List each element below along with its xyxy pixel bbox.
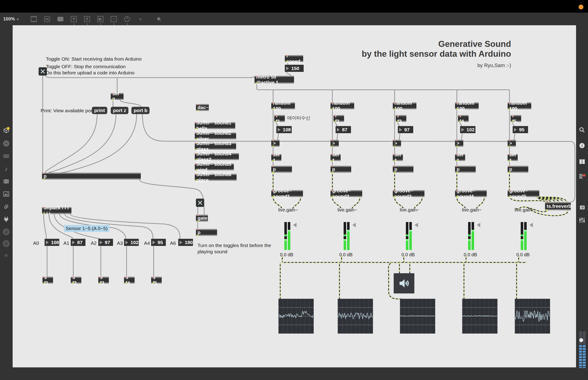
object-p-gate[interactable]: p [196, 229, 217, 236]
livegain-slider-handle[interactable] [474, 223, 480, 227]
livegain-meter-left[interactable] [521, 222, 523, 250]
object-p-serial[interactable]: p [42, 173, 141, 180]
message-port-b[interactable]: port b [131, 107, 150, 114]
new-object-icon[interactable] [30, 15, 38, 23]
livegain-meter-left[interactable] [344, 222, 346, 250]
amp-icon[interactable] [2, 152, 10, 160]
new-dial-icon[interactable]: ▼ [123, 15, 131, 23]
object-p-sub[interactable]: p [393, 166, 413, 173]
object-greater[interactable]: > [393, 140, 401, 147]
console-icon[interactable] [578, 172, 586, 181]
add-more-icon[interactable]: ＋ [137, 15, 144, 23]
object-dac[interactable]: dac~ [196, 104, 209, 111]
livegain-meter-left[interactable] [468, 222, 471, 250]
sensor-numberbox[interactable]: 180 [178, 239, 193, 246]
object-send[interactable]: s f5 [151, 277, 162, 284]
object-p-sub[interactable]: p [455, 166, 476, 173]
object-greater[interactable]: > [331, 140, 339, 147]
sensor-numberbox[interactable]: 87 [71, 239, 85, 246]
object-receive[interactable]: r f1 [274, 115, 285, 122]
object-receive[interactable]: r f3 [396, 115, 406, 122]
video-icon[interactable] [2, 177, 10, 186]
object-p-sub[interactable]: p [508, 166, 528, 173]
mixer-icon[interactable] [578, 216, 586, 224]
object-random[interactable]: random 100 [455, 102, 479, 109]
livegain-slider-handle[interactable] [291, 223, 296, 227]
object-groove[interactable]: groove~ sound3 [393, 190, 425, 197]
object-greater[interactable]: > [455, 140, 463, 147]
object-sel1[interactable]: sel 1 [331, 154, 341, 161]
new-number-icon[interactable]: 0▼ [83, 15, 91, 23]
livegain-meter-right[interactable] [347, 222, 350, 250]
threshold-numberbox[interactable]: 97 [398, 126, 413, 133]
sensor-numberbox[interactable]: 95 [151, 239, 166, 246]
object-sel1[interactable]: sel 1 [271, 154, 281, 161]
object-receive[interactable]: r f2 [333, 115, 344, 122]
object-groove[interactable]: groove~ sound5 [508, 190, 539, 197]
threshold-numberbox[interactable]: 95 [513, 126, 528, 133]
object-sel1[interactable]: sel 1 [508, 154, 518, 161]
beap-icon[interactable]: b [2, 240, 10, 248]
snapshot-camera-icon[interactable] [578, 203, 586, 211]
object-send[interactable]: s f3 [98, 277, 109, 284]
livegain-meter-right[interactable] [524, 222, 527, 250]
object-buffer[interactable]: buffer~ sound4 glass2 [195, 153, 239, 160]
info-icon[interactable]: i [578, 141, 586, 150]
new-slider-icon[interactable]: −▼ [110, 15, 118, 23]
livegain-slider-handle[interactable] [412, 223, 418, 227]
search-icon[interactable] [578, 126, 586, 134]
threshold-numberbox[interactable]: 102 [460, 126, 475, 133]
vizzie-icon[interactable]: v [2, 228, 10, 236]
favorites-icon[interactable]: ★ [2, 251, 10, 259]
sensor-numberbox[interactable]: 102 [124, 239, 139, 246]
packages-icon[interactable] [2, 126, 10, 134]
object-sel1[interactable]: sel 1 [393, 154, 403, 161]
object-send[interactable]: s f1 [42, 277, 53, 284]
message-print[interactable]: print [92, 107, 107, 114]
object-gate[interactable]: gate [196, 215, 208, 222]
new-message-icon[interactable]: m [43, 15, 51, 23]
snippets-paperclip-icon[interactable] [2, 203, 10, 211]
livegain-meter-right[interactable] [409, 222, 412, 250]
sensor-numberbox[interactable]: 97 [98, 239, 113, 246]
sensor-numberbox[interactable]: 108 [45, 239, 59, 246]
object-groove[interactable]: groove~ sound4 [455, 190, 487, 197]
images-icon[interactable] [2, 190, 10, 198]
new-comment-icon[interactable] [57, 15, 64, 23]
object-buffer[interactable]: buffer~ sound1 bells [195, 122, 235, 129]
object-buffer[interactable]: buffer~ sound2 silver [195, 133, 236, 139]
livegain-slider-handle[interactable] [350, 223, 356, 227]
message-port-z[interactable]: port z [111, 107, 128, 114]
object-buffer[interactable]: buffer~ sound6 place [195, 174, 236, 181]
object-groove[interactable]: groove~ sound1 [271, 190, 303, 197]
object-send[interactable]: s f4 [124, 277, 135, 284]
object-groove[interactable]: groove~ sound2 [331, 190, 362, 197]
object-random[interactable]: random 100 [393, 102, 416, 109]
new-toggle-icon[interactable]: ✕▼ [70, 15, 78, 23]
livegain-meter-left[interactable] [406, 222, 408, 250]
audio-status-icon[interactable] [2, 139, 10, 148]
object-p-sub[interactable]: p [331, 166, 351, 173]
object-greater[interactable]: > [271, 140, 279, 147]
audio-files-icon[interactable]: ♪ [2, 165, 10, 173]
object-greater[interactable]: > [508, 140, 516, 147]
object-unpack[interactable]: unpack i i i i i i [42, 207, 71, 214]
object-sel1[interactable]: sel 1 [455, 154, 465, 161]
object-buffer[interactable]: buffer~ sound5 wind [195, 164, 234, 170]
zoom-level-select[interactable]: 100% ▼ [3, 16, 24, 21]
livegain-meter-right[interactable] [471, 222, 474, 250]
reference-icon[interactable] [578, 157, 586, 166]
threshold-numberbox[interactable]: 87 [335, 126, 351, 133]
patcher-canvas[interactable]: Generative Sound by the light sensor dat… [13, 25, 576, 367]
threshold-numberbox[interactable]: 108 [276, 126, 292, 133]
object-p-sub[interactable]: p [271, 166, 292, 173]
object-receive[interactable]: r f4 [458, 115, 469, 122]
plugins-icon[interactable] [2, 215, 10, 223]
livegain-meter-right[interactable] [288, 222, 290, 250]
object-random[interactable]: random 100 [508, 102, 531, 109]
new-playmessage-icon[interactable]: ▶▼ [97, 15, 104, 23]
object-send[interactable]: s f2 [71, 277, 81, 284]
object-buffer[interactable]: buffer~ sound3 glass [195, 143, 236, 150]
object-random[interactable]: random 100 [331, 102, 354, 109]
object-random[interactable]: random 100 [271, 102, 295, 109]
